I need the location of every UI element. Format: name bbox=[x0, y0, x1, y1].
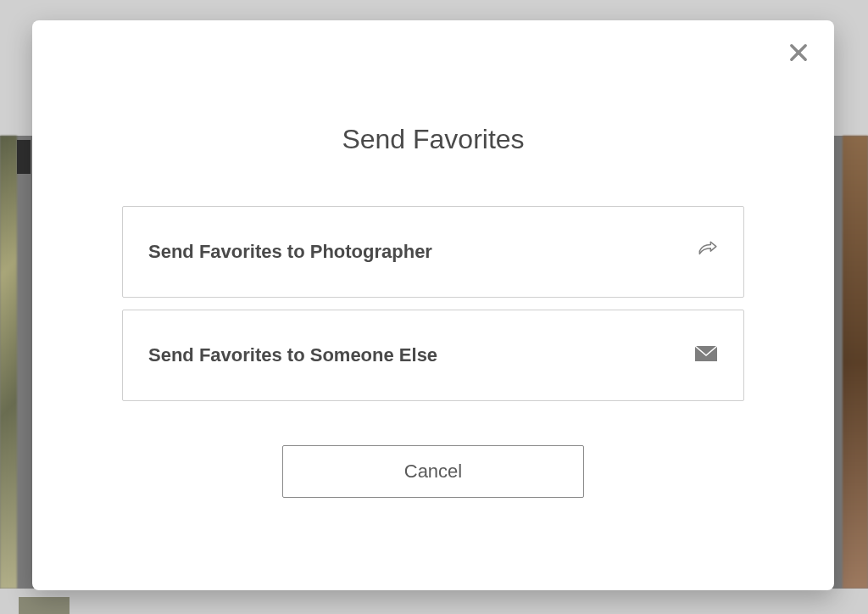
option-send-to-photographer[interactable]: Send Favorites to Photographer bbox=[122, 206, 744, 298]
option-send-to-someone-else[interactable]: Send Favorites to Someone Else bbox=[122, 310, 744, 401]
dialog-title: Send Favorites bbox=[59, 124, 807, 155]
close-icon bbox=[787, 41, 810, 64]
options-list: Send Favorites to Photographer Send Favo… bbox=[122, 206, 744, 401]
share-icon bbox=[696, 239, 718, 265]
backdrop-bottom bbox=[0, 589, 868, 614]
send-favorites-dialog: Send Favorites Send Favorites to Photogr… bbox=[32, 20, 834, 590]
backdrop-left-image bbox=[0, 136, 17, 589]
backdrop-right-image bbox=[843, 136, 868, 589]
option-label: Send Favorites to Photographer bbox=[148, 241, 432, 263]
cancel-button[interactable]: Cancel bbox=[282, 445, 584, 498]
cancel-area: Cancel bbox=[59, 445, 807, 498]
mail-icon bbox=[694, 344, 718, 366]
backdrop-strip bbox=[17, 140, 31, 174]
backdrop-thumbnail bbox=[19, 597, 70, 614]
close-button[interactable] bbox=[787, 41, 810, 68]
option-label: Send Favorites to Someone Else bbox=[148, 344, 437, 366]
